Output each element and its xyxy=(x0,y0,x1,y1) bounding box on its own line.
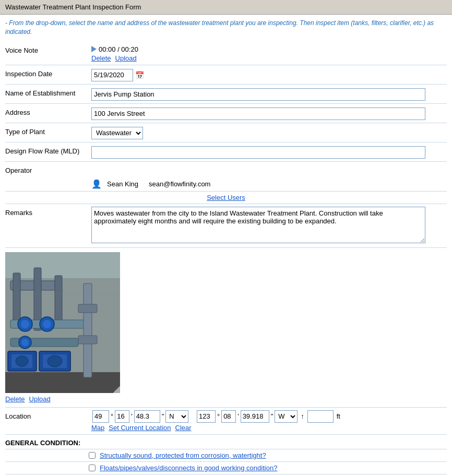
location-min2-symbol: ' xyxy=(237,412,239,420)
location-sec2-input[interactable] xyxy=(241,410,269,423)
voice-note-row: Voice Note 00:00 / 00:20 Delete Upload xyxy=(5,42,447,65)
photo-upload-button[interactable]: Upload xyxy=(29,395,51,403)
svg-rect-6 xyxy=(55,276,62,323)
operator-user-name: Sean King xyxy=(107,180,138,188)
location-label: Location xyxy=(5,412,91,420)
user-person-icon: 👤 xyxy=(91,179,102,189)
location-links-row: Map Set Current Location Clear xyxy=(5,424,447,432)
location-min1-input[interactable] xyxy=(115,410,129,423)
establishment-name-row: Name of Establishment xyxy=(5,85,447,104)
type-of-plant-field: Wastewater Other xyxy=(91,126,447,139)
checkbox-label-2[interactable]: Floats/pipes/valves/disconnects in good … xyxy=(100,464,277,472)
location-row: Location ° ' " N S ° ' " W E ↑ ft xyxy=(5,408,447,435)
svg-point-12 xyxy=(43,320,51,328)
remarks-label: Remarks xyxy=(5,207,91,217)
checkbox-1[interactable] xyxy=(89,452,96,459)
form-container: - From the drop-down, select the name an… xyxy=(0,15,452,476)
svg-rect-2 xyxy=(5,372,120,393)
voice-time-text: 00:00 / 00:20 xyxy=(99,45,138,53)
type-of-plant-row: Type of Plant Wastewater Other xyxy=(5,123,447,142)
checkbox-label-1[interactable]: Structually sound, protected from corros… xyxy=(100,451,266,459)
voice-upload-button[interactable]: Upload xyxy=(115,54,137,62)
location-sec1-input[interactable] xyxy=(134,410,160,423)
location-altitude-input[interactable] xyxy=(307,410,334,423)
voice-delete-button[interactable]: Delete xyxy=(91,54,111,62)
remarks-field xyxy=(91,207,425,245)
address-label: Address xyxy=(5,106,91,116)
inspection-date-field: 📅 xyxy=(91,68,447,81)
photo-display xyxy=(5,252,120,393)
remarks-textarea[interactable] xyxy=(91,207,425,243)
voice-note-field: 00:00 / 00:20 Delete Upload xyxy=(91,44,447,62)
address-field xyxy=(91,106,447,120)
svg-rect-23 xyxy=(78,336,97,344)
operator-user-email: sean@flowfinity.com xyxy=(149,180,210,188)
address-input[interactable] xyxy=(91,108,425,120)
svg-point-10 xyxy=(21,320,29,328)
location-alt-unit: ft xyxy=(335,412,342,420)
location-deg1-symbol: ° xyxy=(110,412,114,420)
establishment-name-label: Name of Establishment xyxy=(5,87,91,97)
location-clear-button[interactable]: Clear xyxy=(175,424,192,432)
design-flow-rate-row: Design Flow Rate (MLD) xyxy=(5,142,447,162)
inspection-date-label: Inspection Date xyxy=(5,68,91,78)
svg-point-20 xyxy=(47,355,62,367)
photo-delete-button[interactable]: Delete xyxy=(5,395,25,403)
photo-resize-handle[interactable] xyxy=(113,386,120,393)
operator-user-row: 👤 Sean King sean@flowfinity.com xyxy=(5,177,447,191)
svg-rect-4 xyxy=(13,273,20,325)
voice-time-display: 00:00 / 00:20 xyxy=(91,45,138,53)
voice-note-section: 00:00 / 00:20 Delete Upload xyxy=(91,45,138,62)
checkbox-row-1: Structually sound, protected from corros… xyxy=(5,449,447,462)
location-separator xyxy=(189,412,196,420)
location-set-current-button[interactable]: Set Current Location xyxy=(109,424,171,432)
design-flow-rate-input[interactable] xyxy=(91,146,425,159)
location-sec2-symbol: " xyxy=(270,412,274,420)
design-flow-rate-field xyxy=(91,145,447,159)
svg-rect-22 xyxy=(78,304,97,313)
operator-row: Operator 👤 Sean King sean@flowfinity.com xyxy=(5,162,447,192)
location-fields-row: Location ° ' " N S ° ' " W E ↑ ft xyxy=(5,410,447,423)
general-condition-header: GENERAL CONDITION: xyxy=(5,435,447,449)
operator-user-info: 👤 Sean King xyxy=(91,179,138,189)
photo-section: Delete Upload xyxy=(5,248,447,408)
operator-label-row: Operator xyxy=(5,162,447,177)
svg-point-17 xyxy=(16,356,28,366)
establishment-name-input[interactable] xyxy=(91,88,425,101)
voice-note-label: Voice Note xyxy=(5,44,91,54)
checkbox-row-3: Fenced, protected from unauthorized acce… xyxy=(5,474,447,476)
location-deg2-input[interactable] xyxy=(197,410,216,423)
inspection-date-row: Inspection Date 📅 xyxy=(5,65,447,85)
select-users-row: Select Users xyxy=(5,192,447,204)
design-flow-rate-label: Design Flow Rate (MLD) xyxy=(5,145,91,155)
location-deg2-symbol: ° xyxy=(217,412,220,420)
location-min2-input[interactable] xyxy=(221,410,236,423)
location-dir2-select[interactable]: W E xyxy=(275,410,298,423)
svg-point-14 xyxy=(21,339,29,346)
checkbox-2[interactable] xyxy=(89,465,96,471)
type-of-plant-label: Type of Plant xyxy=(5,126,91,136)
location-min1-symbol: ' xyxy=(130,412,133,420)
location-map-button[interactable]: Map xyxy=(91,424,104,432)
inspection-date-input[interactable] xyxy=(91,69,133,81)
select-users-button[interactable]: Select Users xyxy=(207,194,245,201)
location-dir1-select[interactable]: N S xyxy=(165,410,188,423)
instruction-text: - From the drop-down, select the name an… xyxy=(5,19,447,37)
location-arrow-up: ↑ xyxy=(299,412,306,420)
address-row: Address xyxy=(5,104,447,123)
photo-links: Delete Upload xyxy=(5,395,447,403)
location-sec1-symbol: " xyxy=(161,412,165,420)
calendar-icon[interactable]: 📅 xyxy=(135,71,144,79)
type-of-plant-select[interactable]: Wastewater Other xyxy=(91,127,143,139)
form-title: Wastewater Treatment Plant Inspection Fo… xyxy=(5,3,141,11)
checkbox-row-2: Floats/pipes/valves/disconnects in good … xyxy=(5,462,447,474)
voice-links: Delete Upload xyxy=(91,54,138,62)
form-title-bar: Wastewater Treatment Plant Inspection Fo… xyxy=(0,0,452,15)
remarks-row: Remarks xyxy=(5,204,447,248)
establishment-name-field xyxy=(91,87,447,101)
play-icon[interactable] xyxy=(91,46,97,52)
svg-rect-21 xyxy=(84,283,92,377)
location-deg1-input[interactable] xyxy=(92,410,109,423)
svg-rect-1 xyxy=(5,252,120,278)
pump-svg xyxy=(5,252,120,393)
